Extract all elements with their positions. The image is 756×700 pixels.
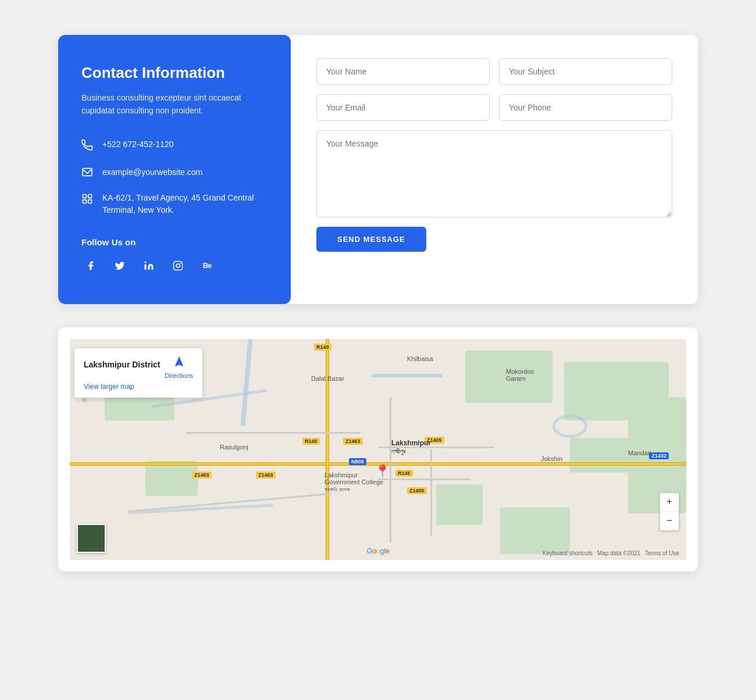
green-area-5: [436, 484, 483, 525]
badge-r140-1: R140: [302, 438, 320, 445]
address-text: KA-62/1, Travel Agency, 45 Grand Central…: [102, 192, 268, 216]
label-lakshmipur: Lakshmipurলক্ষ্মীপুর: [391, 439, 431, 455]
follow-label: Follow Us on: [81, 237, 268, 247]
keyboard-shortcuts-link[interactable]: Keyboard shortcuts: [543, 550, 593, 556]
badge-z1432: Z1432: [649, 452, 669, 459]
address-item: KA-62/1, Travel Agency, 45 Grand Central…: [81, 192, 268, 216]
svg-rect-4: [88, 199, 92, 203]
social-icons-row: Be: [81, 256, 268, 275]
svg-point-8: [180, 263, 181, 263]
green-area-6: [500, 508, 570, 554]
label-dalal-bazar: Dalal Bazar: [311, 375, 344, 382]
email-address: example@yourwebsite.com: [102, 166, 202, 178]
contact-form-panel: SEND MESSAGE: [291, 35, 698, 304]
send-message-button[interactable]: SEND MESSAGE: [316, 227, 426, 252]
label-mandari: Mandari: [628, 449, 651, 456]
label-khilbaisa: Khilbaisa: [407, 355, 433, 362]
road-gray-1: [186, 432, 361, 434]
badge-z1463-2: Z1463: [192, 472, 212, 478]
contact-description: Business consulting excepteur sint occae…: [81, 91, 268, 117]
phone-number: +522 672-452-1120: [102, 138, 174, 151]
terms-link[interactable]: Terms of Use: [645, 550, 679, 556]
instagram-icon[interactable]: [169, 256, 187, 275]
svg-rect-6: [174, 261, 183, 270]
label-ni: ni: [70, 397, 99, 403]
map-thumbnail[interactable]: [77, 524, 106, 553]
view-larger-link[interactable]: View larger map: [84, 383, 193, 391]
badge-r140-top: R140: [314, 344, 331, 351]
badge-z1463-3: Z1463: [256, 472, 276, 478]
directions-button[interactable]: Directions: [165, 355, 193, 379]
contact-card: Contact Information Business consulting …: [58, 35, 698, 304]
zoom-out-button[interactable]: −: [660, 512, 679, 530]
map-card: N809 R140 Z1463 R145 Z1405 Z1405 Z1463 Z…: [58, 327, 698, 572]
badge-r145: R145: [395, 470, 413, 477]
facebook-icon[interactable]: [81, 256, 100, 275]
google-logo: Google: [367, 547, 390, 555]
map-popup: Lakshmipur District Directions View larg…: [74, 348, 202, 398]
subject-input[interactable]: [499, 58, 672, 85]
twitter-icon[interactable]: [110, 256, 129, 275]
form-row-1: [316, 58, 672, 85]
map-zoom-controls: + −: [659, 492, 679, 531]
svg-point-7: [176, 264, 180, 267]
river-2: [372, 374, 442, 377]
zoom-in-button[interactable]: +: [660, 493, 679, 512]
label-jokshin: Jokshin: [541, 455, 562, 462]
email-icon: [81, 167, 94, 179]
map-district-label: Lakshmipur District: [84, 360, 160, 369]
email-item: example@yourwebsite.com: [81, 166, 268, 179]
follow-section: Follow Us on: [81, 237, 268, 275]
phone-icon: [81, 140, 94, 153]
map-pin: 📍: [375, 464, 390, 479]
map-data-text: Map data ©2021: [597, 550, 640, 556]
road-gray-4: [430, 449, 432, 537]
label-rasulgonj: Rasulgonj: [220, 444, 248, 451]
map-popup-content: Lakshmipur District Directions: [84, 355, 193, 379]
message-textarea[interactable]: [316, 130, 672, 217]
contact-title: Contact Information: [81, 64, 268, 82]
svg-rect-2: [88, 194, 92, 198]
river-4: [552, 415, 587, 438]
badge-z1463-1: Z1463: [343, 438, 363, 445]
svg-rect-1: [83, 194, 87, 198]
map-footer: Keyboard shortcuts Map data ©2021 Terms …: [543, 550, 679, 556]
contact-info-panel: Contact Information Business consulting …: [58, 35, 291, 304]
main-road-v: [326, 339, 329, 560]
phone-item: +522 672-452-1120: [81, 138, 268, 153]
email-input[interactable]: [316, 94, 490, 121]
directions-icon: [173, 355, 186, 371]
map-container[interactable]: N809 R140 Z1463 R145 Z1405 Z1405 Z1463 Z…: [70, 339, 686, 560]
form-row-2: [316, 94, 672, 121]
badge-z1405-1: Z1405: [407, 487, 427, 494]
linkedin-icon[interactable]: [140, 256, 158, 275]
svg-point-5: [145, 261, 147, 263]
green-area-4: [570, 438, 628, 473]
phone-input[interactable]: [499, 94, 672, 121]
location-icon: [81, 193, 94, 207]
name-input[interactable]: [316, 58, 490, 85]
label-mokordos: MokordosGaram: [506, 368, 534, 382]
behance-icon[interactable]: Be: [198, 256, 216, 275]
svg-rect-3: [83, 199, 87, 203]
svg-rect-0: [83, 168, 92, 176]
green-area-8: [145, 461, 198, 496]
road-gray-5: [378, 478, 471, 480]
directions-label: Directions: [165, 372, 193, 379]
badge-n809: N809: [349, 458, 366, 465]
